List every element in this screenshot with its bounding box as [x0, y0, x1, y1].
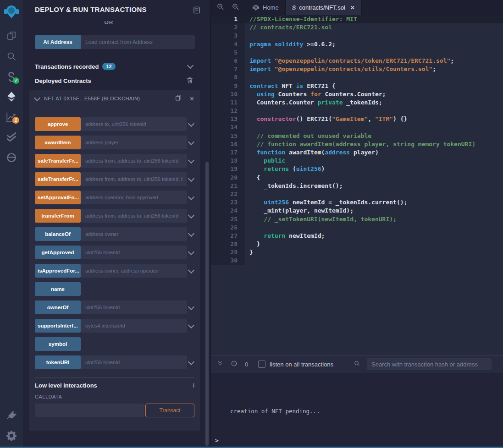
- function-button-safetransferfr[interactable]: safeTransferFr...: [35, 172, 81, 186]
- line-content: // commented out unused variable: [245, 132, 371, 140]
- panel-scrollbar[interactable]: [205, 162, 209, 446]
- terminal-search-input[interactable]: [367, 358, 492, 370]
- function-button-awarditem[interactable]: awardItem: [35, 136, 81, 149]
- search-icon[interactable]: [0, 51, 23, 62]
- function-args-input[interactable]: [81, 227, 187, 241]
- line-content: Counters.Counter private _tokenIds;: [245, 98, 382, 107]
- function-row: setApprovalFo...: [35, 191, 194, 204]
- info-icon[interactable]: i: [193, 382, 194, 389]
- deployed-contract-card: NFT AT 0X15E...E558F (BLOCKCHAIN) ✕ appr…: [29, 90, 200, 431]
- contract-header[interactable]: NFT AT 0X15E...E558F (BLOCKCHAIN) ✕: [35, 91, 194, 106]
- function-button-ownerof[interactable]: ownerOf: [35, 300, 81, 314]
- close-tab-icon[interactable]: ✕: [350, 5, 355, 11]
- chevron-down-icon[interactable]: [188, 157, 194, 164]
- plugin-manager-icon[interactable]: [0, 410, 23, 421]
- collapse-terminal-icon[interactable]: [216, 360, 223, 369]
- copy-icon[interactable]: [175, 94, 182, 103]
- line-content: // _setTokenURI(newItemId, tokenURI);: [245, 215, 397, 224]
- function-args-input[interactable]: [81, 209, 187, 223]
- zoom-out-icon[interactable]: [216, 3, 224, 12]
- code-line: 9contract NFT is ERC721 {: [211, 82, 503, 90]
- chevron-down-icon[interactable]: [188, 322, 194, 328]
- function-button-setapprovalfo[interactable]: setApprovalFo...: [35, 191, 81, 204]
- divider: [35, 377, 194, 378]
- function-args-input[interactable]: [81, 154, 187, 168]
- chevron-down-icon[interactable]: [187, 62, 193, 69]
- unit-testing-icon[interactable]: [0, 131, 23, 143]
- solidity-compiler-icon[interactable]: ✓: [0, 72, 23, 84]
- line-number: 26: [211, 224, 245, 232]
- line-content: _tokenIds.increment();: [245, 182, 343, 190]
- function-args-input[interactable]: [81, 191, 187, 204]
- function-button-tokenuri[interactable]: tokenURI: [35, 355, 81, 369]
- code-line: 30: [211, 257, 503, 265]
- line-content: returns (uint256): [245, 165, 325, 173]
- calldata-input[interactable]: [35, 404, 144, 417]
- tab-nft-sol[interactable]: S contracts/NFT.sol ✕: [285, 0, 362, 15]
- close-icon[interactable]: ✕: [189, 95, 194, 102]
- function-button-approve[interactable]: approve: [35, 117, 81, 131]
- at-address-button[interactable]: At Address: [35, 35, 81, 49]
- listen-all-checkbox[interactable]: [258, 361, 265, 368]
- function-args-input[interactable]: [81, 300, 187, 314]
- settings-gear-icon[interactable]: [0, 430, 23, 442]
- function-button-symbol[interactable]: symbol: [35, 337, 81, 351]
- function-button-getapproved[interactable]: getApproved: [35, 246, 81, 259]
- file-explorer-icon[interactable]: [0, 30, 23, 41]
- transact-button[interactable]: Transact: [145, 404, 194, 417]
- code-line: 23 uint256 newItemId = _tokenIds.current…: [211, 198, 503, 207]
- function-args-input[interactable]: [81, 117, 187, 131]
- chevron-down-icon[interactable]: [188, 249, 194, 255]
- chevron-down-icon[interactable]: [188, 175, 194, 182]
- panel-title: DEPLOY & RUN TRANSACTIONS: [35, 5, 147, 13]
- function-button-safetransferfr[interactable]: safeTransferFr...: [35, 154, 81, 168]
- function-button-name[interactable]: name: [35, 282, 81, 296]
- remix-logo-icon[interactable]: [0, 4, 23, 20]
- line-content: }: [245, 248, 253, 257]
- line-content: return newItemId;: [245, 232, 325, 240]
- code-line: 19 returns (uint256): [211, 165, 503, 173]
- chevron-down-icon[interactable]: [188, 359, 194, 365]
- chevron-down-icon[interactable]: [188, 212, 194, 219]
- function-row: ownerOf: [35, 300, 194, 314]
- chevron-down-icon[interactable]: [34, 94, 40, 101]
- function-button-isapprovedfor[interactable]: isApprovedFor...: [35, 264, 81, 278]
- function-args-input[interactable]: [81, 264, 187, 278]
- trash-icon[interactable]: [186, 76, 193, 86]
- chevron-down-icon[interactable]: [188, 139, 194, 145]
- function-button-transferfrom[interactable]: transferFrom: [35, 209, 81, 223]
- documentation-icon[interactable]: [193, 6, 201, 16]
- line-number: 27: [211, 232, 245, 240]
- line-number: 8: [211, 73, 245, 82]
- or-separator: OR: [23, 21, 195, 25]
- function-args-input[interactable]: [81, 319, 187, 333]
- function-args-input[interactable]: [81, 355, 187, 369]
- terminal-output[interactable]: creation of NFT pending... >: [211, 373, 503, 446]
- line-number: 25: [211, 215, 245, 224]
- transactions-recorded-row[interactable]: Transactions recorded 12: [35, 62, 195, 71]
- function-button-supportsinterf[interactable]: supportsInterf...: [35, 319, 81, 333]
- deploy-run-icon[interactable]: [0, 91, 23, 103]
- line-number: 3: [211, 32, 245, 40]
- code-line: 5: [211, 49, 503, 57]
- tab-home[interactable]: Home: [246, 0, 285, 15]
- zoom-in-icon[interactable]: [232, 3, 239, 12]
- chevron-down-icon[interactable]: [188, 194, 194, 200]
- chevron-down-icon[interactable]: [188, 120, 194, 127]
- code-line: 13 constructor() ERC721("GameItem", "ITM…: [211, 115, 503, 123]
- debugger-icon[interactable]: [0, 152, 23, 164]
- function-args-input[interactable]: [81, 136, 187, 149]
- chevron-down-icon[interactable]: [188, 267, 194, 273]
- analytics-icon[interactable]: 1: [0, 111, 23, 123]
- chevron-down-icon[interactable]: [188, 304, 194, 310]
- function-args-input[interactable]: [81, 172, 187, 186]
- chevron-down-icon[interactable]: [188, 230, 194, 237]
- clear-console-icon[interactable]: [231, 360, 238, 369]
- terminal-search-icon: [354, 360, 360, 369]
- function-button-balanceof[interactable]: balanceOf: [35, 227, 81, 241]
- code-line: 24 _mint(player, newItemId);: [211, 207, 503, 215]
- deployed-contracts-label: Deployed Contracts: [35, 77, 91, 84]
- function-args-input[interactable]: [81, 246, 187, 259]
- code-editor[interactable]: 1//SPDX-License-Identifier: MIT2// contr…: [211, 15, 503, 355]
- at-address-input[interactable]: [81, 35, 195, 49]
